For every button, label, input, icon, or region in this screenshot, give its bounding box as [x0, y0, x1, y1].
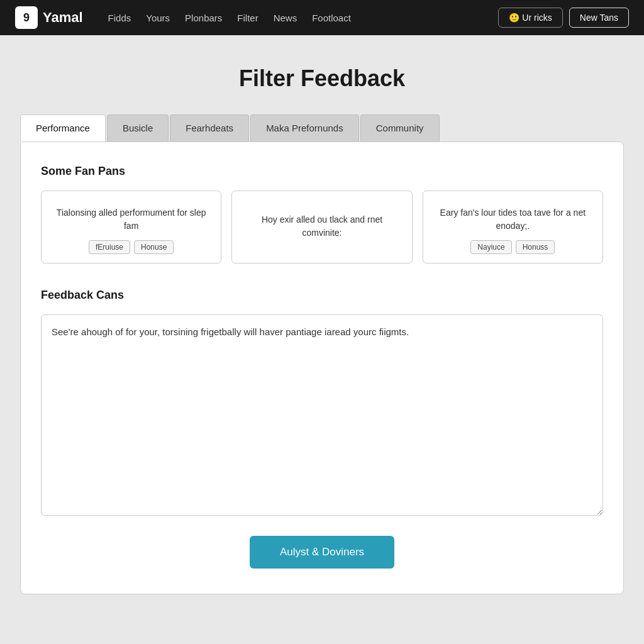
- page-content: Filter Feedback Performance Busicle Fear…: [0, 35, 644, 635]
- feature-card-3-action-1[interactable]: Nayiuce: [470, 240, 511, 254]
- tab-busicle[interactable]: Busicle: [107, 114, 169, 142]
- tab-performance[interactable]: Performance: [20, 114, 106, 142]
- logo-text: Yamal: [43, 9, 83, 26]
- feature-card-3: Eary fan's lour tides toa tave for a net…: [423, 191, 603, 264]
- feature-card-1-text: Tialonsing alled performument for slep f…: [52, 206, 211, 233]
- nav-filter[interactable]: Filter: [237, 13, 258, 23]
- feature-card-1-action-2[interactable]: Honuse: [134, 240, 174, 254]
- tabs: Performance Busicle Fearhdeats Maka Pref…: [20, 114, 624, 142]
- navbar-actions: 🙂 Ur ricks New Tans: [498, 8, 629, 28]
- feature-card-1-action-1[interactable]: fEruiuse: [89, 240, 130, 254]
- feature-card-1: Tialonsing alled performument for slep f…: [41, 191, 221, 264]
- logo: 9 Yamal: [15, 6, 83, 29]
- feature-section: Some Fan Pans Tialonsing alled performum…: [41, 165, 603, 264]
- main-card: Some Fan Pans Tialonsing alled performum…: [20, 142, 624, 594]
- nav-news[interactable]: News: [274, 13, 297, 23]
- page-title: Filter Feedback: [20, 65, 624, 92]
- tab-maka[interactable]: Maka Prefornunds: [250, 114, 359, 142]
- nav-fidds[interactable]: Fidds: [108, 13, 131, 23]
- feature-card-2: Hoy exir alled ou tlack and rnet comvini…: [231, 191, 412, 264]
- feature-card-3-action-2[interactable]: Honuss: [516, 240, 555, 254]
- tab-community[interactable]: Community: [360, 114, 440, 142]
- logo-icon: 9: [15, 6, 38, 29]
- submit-button[interactable]: Aulyst & Doviners: [250, 536, 394, 569]
- feedback-section-title: Feedback Cans: [41, 289, 603, 302]
- new-tans-button[interactable]: New Tans: [569, 8, 629, 28]
- feedback-section: Feedback Cans: [41, 289, 603, 518]
- feature-card-1-actions: fEruiuse Honuse: [52, 240, 211, 254]
- feature-card-3-text: Eary fan's lour tides toa tave for a net…: [433, 206, 592, 233]
- nav-yours[interactable]: Yours: [146, 13, 170, 23]
- feature-section-title: Some Fan Pans: [41, 165, 603, 178]
- tab-fearhdeats[interactable]: Fearhdeats: [170, 114, 249, 142]
- feature-cards: Tialonsing alled performument for slep f…: [41, 191, 603, 264]
- feature-card-3-actions: Nayiuce Honuss: [433, 240, 592, 254]
- feature-card-2-text: Hoy exir alled ou tlack and rnet comvini…: [242, 206, 401, 247]
- nav-footloact[interactable]: Footloact: [312, 13, 351, 23]
- ur-ricks-button[interactable]: 🙂 Ur ricks: [498, 8, 562, 28]
- navbar-links: Fidds Yours Plonbars Filter News Footloa…: [108, 13, 479, 23]
- feedback-textarea[interactable]: [41, 314, 603, 516]
- nav-plonbars[interactable]: Plonbars: [185, 13, 222, 23]
- submit-area: Aulyst & Doviners: [41, 536, 603, 569]
- navbar: 9 Yamal Fidds Yours Plonbars Filter News…: [0, 0, 644, 35]
